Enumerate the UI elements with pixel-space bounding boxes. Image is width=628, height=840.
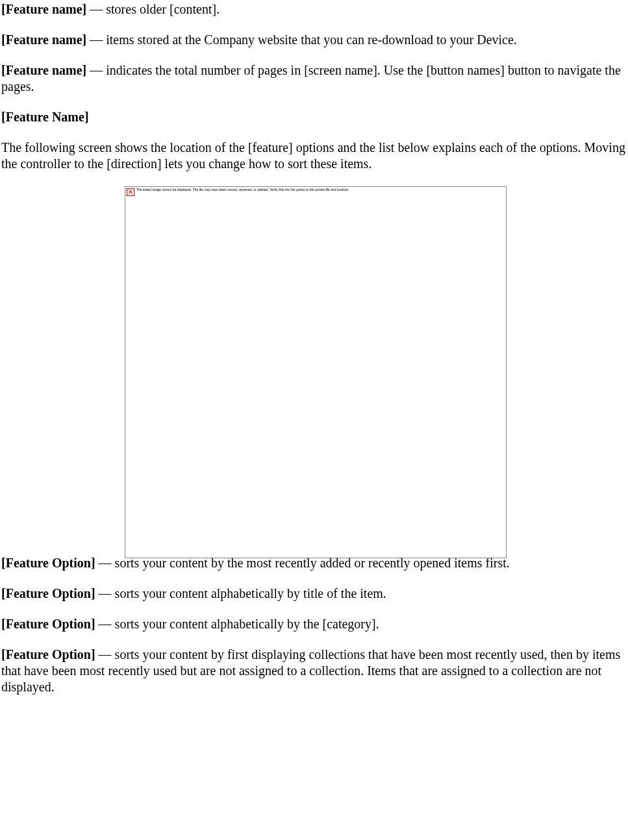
option-description: — sorts your content alphabetically by t… [95, 617, 379, 631]
section-heading: [Feature Name] [1, 109, 628, 125]
feature-description: — stores older [content]. [86, 2, 220, 16]
feature-name: [Feature name] [1, 2, 86, 16]
feature-name: [Feature name] [1, 32, 86, 47]
feature-description: — items stored at the Company website th… [86, 32, 517, 47]
option-name: [Feature Option] [1, 586, 95, 600]
feature-description: — indicates the total number of pages in… [1, 63, 621, 93]
feature-item: [Feature name] — indicates the total num… [1, 62, 628, 95]
feature-item: [Feature name] — stores older [content]. [1, 1, 628, 18]
feature-name: [Feature name] [1, 63, 86, 77]
feature-item: [Feature name] — items stored at the Com… [1, 32, 628, 48]
option-item: [Feature Option] — sorts your content by… [1, 647, 628, 695]
option-item: [Feature Option] — sorts your content al… [1, 616, 628, 632]
option-description: — sorts your content alphabetically by t… [95, 586, 386, 600]
screenshot-placeholder: The linked image cannot be displayed. Th… [125, 186, 507, 558]
option-name: [Feature Option] [1, 556, 95, 570]
option-item: [Feature Option] — sorts your content al… [1, 586, 628, 602]
option-name: [Feature Option] [1, 617, 95, 631]
section-intro: The following screen shows the location … [1, 140, 628, 172]
broken-image-text: The linked image cannot be displayed. Th… [136, 188, 349, 191]
option-name: [Feature Option] [1, 647, 95, 661]
broken-image-icon [127, 188, 134, 196]
